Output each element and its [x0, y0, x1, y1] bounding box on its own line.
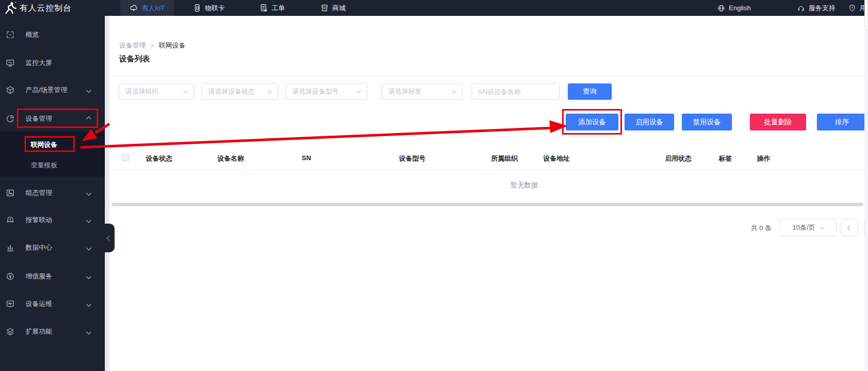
sidebar-item-product-scene[interactable]: 产品/场景管理 [0, 80, 105, 100]
work-order-icon [259, 4, 268, 12]
sidebar-item-label: 设备运维 [26, 299, 52, 309]
chevron-down-icon [86, 274, 92, 279]
select-all-checkbox[interactable] [122, 154, 129, 161]
topbar: 有人云控制台 有人IoT 物联卡 工单 商城 [0, 0, 868, 16]
bar-chart-icon [6, 243, 15, 252]
query-button[interactable]: 查询 [568, 83, 612, 100]
device-status-placeholder: 请选择设备状态 [208, 87, 255, 96]
tab-label: 物联卡 [205, 4, 225, 13]
chevron-down-icon [86, 190, 92, 195]
vertical-scrollbar[interactable] [864, 0, 868, 371]
sn-search-input[interactable] [472, 83, 560, 100]
user-center-link[interactable]: 用 [848, 0, 866, 16]
image-icon [6, 188, 15, 198]
chevron-down-icon [268, 89, 273, 94]
col-tag: 标签 [719, 154, 732, 163]
col-device-name: 设备名称 [217, 154, 244, 163]
horizontal-scrollbar[interactable] [112, 203, 863, 206]
sidebar-item-config-management[interactable]: 组态管理 [0, 183, 105, 203]
shield-icon [848, 4, 856, 12]
col-sn: SN [302, 154, 311, 162]
store-icon [320, 4, 329, 12]
vertical-scrollbar-thumb[interactable] [864, 1, 868, 31]
breadcrumb-separator: > [150, 41, 154, 49]
tab-usr-iot[interactable]: 有人IoT [120, 0, 174, 16]
tab-label: 有人IoT [142, 4, 165, 13]
sidebar-collapse-handle[interactable] [104, 224, 115, 252]
tag-select-placeholder: 请选择标签 [388, 87, 421, 96]
chevron-down-icon [86, 217, 92, 223]
cloud-icon [129, 4, 138, 12]
sidebar-subitem-variable-template[interactable]: 变量模板 [0, 154, 105, 177]
sidebar-item-device-management[interactable]: 设备管理 [0, 108, 105, 129]
sidebar-item-label: 增值服务 [26, 272, 52, 281]
batch-delete-button[interactable]: 批量删除 [750, 114, 806, 130]
sidebar-scrollbar[interactable] [105, 16, 109, 371]
pulse-monitor-icon [6, 299, 15, 309]
chevron-down-icon [357, 89, 362, 94]
disable-device-button[interactable]: 禁用设备 [682, 114, 732, 130]
sidebar-item-extensions[interactable]: 扩展功能 [0, 321, 105, 342]
sidebar-subitem-networked-devices[interactable]: 联网设备 [0, 134, 105, 156]
tag-select[interactable]: 请选择标签 [382, 83, 462, 100]
service-support-link[interactable]: 服务支持 [797, 0, 835, 16]
globe-icon [717, 4, 725, 12]
yen-circle-icon [6, 272, 15, 281]
breadcrumb-parent[interactable]: 设备管理 [119, 41, 146, 49]
language-label: English [729, 4, 751, 12]
col-enable-status: 启用状态 [665, 154, 692, 163]
prev-page-button[interactable] [841, 219, 858, 236]
chevron-down-icon [86, 301, 92, 307]
org-select[interactable]: 请选择组织 [119, 83, 194, 100]
breadcrumb: 设备管理>联网设备 [119, 41, 186, 50]
device-model-placeholder: 请选择设备型号 [292, 87, 339, 96]
add-device-button[interactable]: 添加设备 [566, 114, 618, 130]
subitem-label: 联网设备 [31, 141, 57, 148]
sidebar-item-label: 产品/场景管理 [26, 85, 68, 95]
sidebar-item-value-added-services[interactable]: 增值服务 [0, 266, 105, 287]
chevron-down-icon [452, 89, 457, 94]
sidebar-item-label: 报警联动 [26, 215, 52, 225]
tab-work-order[interactable]: 工单 [252, 0, 293, 16]
sort-button[interactable]: 排序 [817, 114, 867, 130]
page-title: 设备列表 [119, 54, 150, 64]
chevron-down-icon [86, 88, 92, 93]
pagination-total: 共 0 条 [751, 224, 771, 233]
service-support-label: 服务支持 [809, 4, 835, 13]
subitem-label: 变量模板 [31, 161, 57, 169]
chevron-left-icon [847, 225, 852, 230]
sidebar-item-label: 设备管理 [26, 114, 52, 123]
layers-icon [6, 327, 15, 336]
pie-chart-icon [6, 114, 15, 123]
col-device-model: 设备型号 [399, 154, 426, 163]
chevron-left-icon [107, 235, 112, 241]
sidebar-item-data-center[interactable]: 数据中心 [0, 237, 105, 258]
sidebar-item-monitor-screen[interactable]: 监控大屏 [0, 53, 105, 73]
tab-iot-card[interactable]: 物联卡 [183, 0, 234, 16]
chevron-up-icon [86, 116, 92, 121]
breadcrumb-current: 联网设备 [159, 41, 186, 49]
device-status-select[interactable]: 请选择设备状态 [202, 83, 278, 100]
sidebar-item-alarm-linkage[interactable]: 报警联动 [0, 210, 105, 230]
col-device-status: 设备状态 [146, 154, 172, 163]
table-empty-text: 暂无数据 [510, 181, 538, 190]
col-device-address: 设备地址 [543, 154, 570, 163]
sidebar-item-label: 扩展功能 [26, 327, 52, 336]
page-size-select[interactable]: 10条/页 [780, 219, 837, 236]
language-switch[interactable]: English [717, 0, 751, 16]
tab-mall[interactable]: 商城 [311, 0, 354, 16]
chevron-down-icon [184, 89, 189, 94]
sidebar-item-device-ops[interactable]: 设备运维 [0, 294, 105, 314]
device-management-submenu: 联网设备 变量模板 [0, 132, 105, 177]
chevron-down-icon [86, 329, 92, 334]
enable-device-button[interactable]: 启用设备 [625, 114, 674, 130]
table-header-border [109, 169, 864, 170]
sidebar-item-label: 监控大屏 [26, 58, 52, 68]
sidebar-item-label: 概览 [26, 30, 39, 39]
tab-label: 工单 [272, 4, 285, 13]
device-model-select[interactable]: 请选择设备型号 [285, 83, 367, 100]
sidebar-item-overview[interactable]: 概览 [0, 25, 105, 45]
chevron-down-icon [86, 245, 92, 250]
app-title: 有人云控制台 [19, 0, 72, 16]
chevron-down-icon [819, 225, 825, 230]
